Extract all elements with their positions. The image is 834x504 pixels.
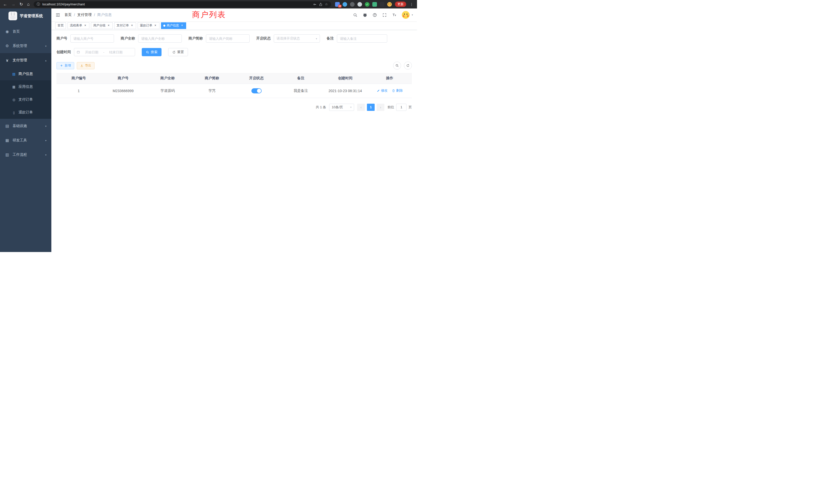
page-number-1[interactable]: 1 xyxy=(367,104,375,111)
monitor-icon: ▤ xyxy=(5,124,9,128)
site-info-icon[interactable]: ⓘ xyxy=(37,2,40,7)
tab-user-group[interactable]: 用户分组 × xyxy=(91,22,113,29)
field-short-name: 商户简称 xyxy=(189,35,249,43)
breadcrumb-home[interactable]: 首页 xyxy=(64,13,72,17)
refresh-table-button[interactable] xyxy=(404,62,412,70)
sidebar-item-label: 退款订单 xyxy=(19,110,33,115)
sidebar-item-home[interactable]: ◉ 首页 xyxy=(0,24,51,39)
font-size-icon[interactable] xyxy=(392,13,396,17)
share-icon[interactable] xyxy=(319,3,323,6)
active-tab-dot xyxy=(163,25,166,27)
extension-avatar-icon[interactable] xyxy=(357,2,362,7)
create-time-label: 创建时间 xyxy=(57,50,71,54)
merchant-no-label: 商户号 xyxy=(57,36,67,41)
status-select-placeholder: 请选择开启状态 xyxy=(277,36,300,41)
extension-check-icon[interactable] xyxy=(365,2,370,7)
date-end-input[interactable] xyxy=(105,50,126,54)
logo-avatar xyxy=(8,12,17,20)
goto-page-input[interactable] xyxy=(396,104,407,111)
next-page-button[interactable]: › xyxy=(377,104,385,111)
tab-pay-order[interactable]: 支付订单 × xyxy=(114,22,136,29)
col-header-full-name: 商户全称 xyxy=(145,73,190,84)
fullscreen-icon[interactable] xyxy=(382,13,387,17)
close-icon[interactable]: × xyxy=(180,24,184,27)
extension-gray-icon[interactable] xyxy=(350,2,355,7)
sidebar-toggle-icon[interactable] xyxy=(56,13,60,18)
search-icon[interactable] xyxy=(353,13,357,17)
tab-refund-order[interactable]: 退款订单 × xyxy=(138,22,159,29)
reset-button[interactable]: 重置 xyxy=(168,48,188,56)
tab-merchant-info[interactable]: 商户信息 × xyxy=(161,22,186,29)
page-unit-label: 页 xyxy=(409,105,412,110)
prev-page-button[interactable]: ‹ xyxy=(357,104,365,111)
sidebar-item-refund-order[interactable]: ▯ 退款订单 xyxy=(0,106,51,119)
app-logo[interactable]: 芋道管理系统 xyxy=(0,8,51,23)
forward-button[interactable]: → xyxy=(11,2,16,6)
tab-home[interactable]: 首页 xyxy=(55,22,66,29)
extension-notes-icon[interactable] xyxy=(372,2,377,7)
col-header-actions: 操作 xyxy=(368,73,412,84)
page-content: 商户号 商户全称 商户简称 开启状态 请选择开启状态 ▾ xyxy=(51,30,417,252)
breadcrumb-payment[interactable]: 支付管理 xyxy=(77,13,92,17)
export-button[interactable]: 导出 xyxy=(77,62,94,69)
sidebar-item-infrastructure[interactable]: ▤ 基础设施 ▾ xyxy=(0,119,51,133)
status-select[interactable]: 请选择开启状态 ▾ xyxy=(274,35,320,43)
grid-icon: ▦ xyxy=(12,85,16,89)
back-button[interactable]: ← xyxy=(3,2,7,6)
cell-remark: 我是备注 xyxy=(279,84,323,98)
merchant-no-input[interactable] xyxy=(70,35,114,43)
edit-button[interactable]: 修改 xyxy=(377,88,388,93)
sidebar-item-app-info[interactable]: ▦ 应用信息 xyxy=(0,80,51,93)
add-button[interactable]: 新增 xyxy=(57,62,74,69)
extension-drop-icon[interactable] xyxy=(343,2,347,7)
search-button-label: 搜索 xyxy=(151,50,157,54)
address-bar[interactable]: ⓘ localhost:1024/pay/merchant ☆ xyxy=(34,1,331,7)
close-icon[interactable]: × xyxy=(130,24,134,27)
close-icon[interactable]: × xyxy=(84,24,87,27)
close-icon[interactable]: × xyxy=(107,24,110,27)
tab-process-form[interactable]: 流程表单 × xyxy=(68,22,89,29)
avatar-dropdown-caret-icon[interactable]: ▾ xyxy=(412,14,413,16)
extensions-puzzle-icon[interactable]: 10 xyxy=(335,2,340,7)
cell-id: 1 xyxy=(57,84,101,98)
toggle-search-button[interactable] xyxy=(393,62,401,70)
search-button[interactable]: 搜索 xyxy=(142,48,161,56)
date-range-picker[interactable]: - xyxy=(74,48,135,56)
toolbar-right xyxy=(393,62,412,70)
page-size-select[interactable]: 10条/页 ▾ xyxy=(329,104,354,111)
sidebar-item-devtools[interactable]: ▦ 研发工具 ▾ xyxy=(0,133,51,147)
close-icon[interactable]: × xyxy=(154,24,157,27)
short-name-input[interactable] xyxy=(206,35,249,43)
bookmark-star-icon[interactable]: ☆ xyxy=(325,2,328,6)
status-toggle[interactable] xyxy=(251,88,262,93)
github-icon[interactable] xyxy=(363,13,367,17)
sidebar-item-payment[interactable]: ¥ 支付管理 ▴ xyxy=(0,53,51,68)
field-merchant-no: 商户号 xyxy=(57,35,114,43)
help-icon[interactable] xyxy=(373,13,377,17)
search-icon xyxy=(395,64,399,67)
table-row: 1 M233666999 芋道源码 芋艿 我是备注 2021-10-23 08:… xyxy=(57,84,412,98)
goto-label: 前往 xyxy=(388,105,394,110)
extension-dark-icon[interactable] xyxy=(380,2,385,7)
sidebar-item-workflow[interactable]: ▥ 工作流程 ▾ xyxy=(0,147,51,162)
tab-label: 用户分组 xyxy=(93,23,106,28)
full-name-input[interactable] xyxy=(138,35,182,43)
date-start-input[interactable] xyxy=(81,50,102,54)
sidebar-item-system[interactable]: ⚙ 系统管理 ▾ xyxy=(0,39,51,53)
table-toolbar: 新增 导出 xyxy=(57,62,412,70)
user-avatar[interactable] xyxy=(402,11,410,19)
delete-button[interactable]: 删除 xyxy=(392,88,403,93)
sidebar-item-pay-order[interactable]: ◎ 支付订单 xyxy=(0,93,51,106)
remark-input[interactable] xyxy=(337,35,387,43)
cell-short-name: 芋艿 xyxy=(190,84,234,98)
field-status: 开启状态 请选择开启状态 ▾ xyxy=(256,35,320,43)
browser-menu-icon[interactable]: ⋮ xyxy=(409,2,414,6)
col-header-create-time: 创建时间 xyxy=(323,73,368,84)
password-key-icon[interactable] xyxy=(313,3,316,6)
browser-update-button[interactable]: 更新 xyxy=(395,2,406,7)
reload-button[interactable]: ↻ xyxy=(20,2,23,6)
profile-avatar-icon[interactable] xyxy=(387,2,392,7)
sidebar-item-merchant-info[interactable]: ▤ 商户信息 xyxy=(0,68,51,80)
pagination-total: 共 1 条 xyxy=(316,105,326,110)
home-button[interactable]: ⌂ xyxy=(27,2,29,6)
